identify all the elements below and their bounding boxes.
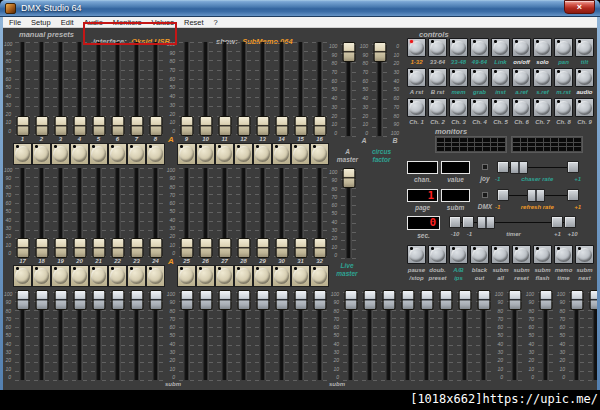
channel-fader-28[interactable]: 28	[234, 168, 253, 287]
fader-knob[interactable]	[149, 290, 162, 310]
fader-knob[interactable]	[589, 290, 597, 310]
fader-track[interactable]	[32, 168, 51, 256]
fader-knob[interactable]	[256, 238, 269, 258]
fader-track[interactable]	[234, 42, 253, 134]
fader-track[interactable]	[253, 168, 272, 256]
fader-knob[interactable]	[313, 290, 326, 310]
fader-track[interactable]	[253, 292, 272, 380]
fader-track[interactable]	[108, 42, 127, 134]
fader-track[interactable]	[291, 42, 310, 134]
fader-knob[interactable]	[275, 290, 288, 310]
channel-fader-13[interactable]: 13	[253, 42, 272, 165]
menu-file[interactable]: File	[4, 18, 26, 27]
control-button-s-ref[interactable]	[533, 68, 552, 87]
fader-track[interactable]	[89, 168, 108, 256]
function-button-pause-stop[interactable]	[407, 245, 426, 264]
control-button-a-ref[interactable]	[512, 68, 531, 87]
timer-slider[interactable]	[449, 216, 579, 229]
submaster-fader-17[interactable]	[341, 292, 360, 380]
control-button-solo[interactable]	[533, 38, 552, 57]
live-master-fader[interactable]	[339, 170, 358, 258]
fader-track[interactable]	[272, 168, 291, 256]
preset-button-4[interactable]	[70, 143, 89, 165]
refresh-rate-plus-button[interactable]	[567, 189, 579, 201]
channel-fader-3[interactable]: 3	[51, 42, 70, 165]
fader-knob[interactable]	[294, 290, 307, 310]
aux-fader-1[interactable]	[505, 292, 524, 380]
submaster-fader-2[interactable]	[32, 292, 51, 380]
fader-knob[interactable]	[439, 290, 452, 310]
menu-setup[interactable]: Setup	[26, 18, 56, 27]
fader-track[interactable]	[70, 168, 89, 256]
timer-plus10-button[interactable]	[564, 216, 576, 228]
fader-track[interactable]	[13, 42, 32, 134]
fader-knob[interactable]	[420, 290, 433, 310]
channel-fader-29[interactable]: 29	[253, 168, 272, 287]
channel-fader-25[interactable]: 25	[177, 168, 196, 287]
submaster-fader-3[interactable]	[51, 292, 70, 380]
fader-knob[interactable]	[199, 290, 212, 310]
fader-knob[interactable]	[342, 168, 355, 188]
a-master-fader[interactable]	[339, 44, 358, 136]
submaster-fader-13[interactable]	[253, 292, 272, 380]
fader-knob[interactable]	[237, 290, 250, 310]
fader-track[interactable]	[146, 292, 165, 380]
control-button-ch-6[interactable]	[512, 98, 531, 117]
fader-track[interactable]	[417, 292, 436, 380]
control-button-ch-8[interactable]	[554, 98, 573, 117]
channel-fader-22[interactable]: 22	[108, 168, 127, 287]
channel-fader-1[interactable]: 1	[13, 42, 32, 165]
refresh-rate-knob[interactable]	[527, 189, 545, 202]
fader-knob[interactable]	[35, 116, 48, 136]
channel-fader-32[interactable]: 32	[310, 168, 329, 287]
submaster-fader-15[interactable]	[291, 292, 310, 380]
preset-button-3[interactable]	[51, 143, 70, 165]
fader-track[interactable]	[51, 168, 70, 256]
submaster-fader-18[interactable]	[360, 292, 379, 380]
submaster-fader-14[interactable]	[272, 292, 291, 380]
fader-knob[interactable]	[458, 290, 471, 310]
submaster-fader-20[interactable]	[398, 292, 417, 380]
control-button-ch-1[interactable]	[407, 98, 426, 117]
fader-knob[interactable]	[54, 290, 67, 310]
control-button-pan[interactable]	[554, 38, 573, 57]
fader-knob[interactable]	[373, 42, 386, 62]
control-button-mem[interactable]	[449, 68, 468, 87]
control-button-ch-9[interactable]	[575, 98, 594, 117]
fader-track[interactable]	[89, 292, 108, 380]
fader-track[interactable]	[379, 292, 398, 380]
fader-knob[interactable]	[180, 116, 193, 136]
preset-button-18[interactable]	[32, 265, 51, 287]
submaster-fader-24[interactable]	[474, 292, 493, 380]
fader-knob[interactable]	[111, 238, 124, 258]
refresh-rate-minus-button[interactable]	[497, 189, 509, 201]
preset-button-28[interactable]	[234, 265, 253, 287]
fader-knob[interactable]	[130, 290, 143, 310]
fader-knob[interactable]	[344, 290, 357, 310]
preset-button-2[interactable]	[32, 143, 51, 165]
fader-track[interactable]	[505, 292, 524, 380]
preset-button-25[interactable]	[177, 265, 196, 287]
control-button-audio[interactable]	[575, 68, 594, 87]
fader-track[interactable]	[253, 42, 272, 134]
fader-knob[interactable]	[73, 290, 86, 310]
fader-track[interactable]	[146, 42, 165, 134]
control-button-ch-2[interactable]	[428, 98, 447, 117]
chaser-rate-slider[interactable]	[497, 161, 579, 174]
channel-fader-14[interactable]: 14	[272, 42, 291, 165]
preset-button-31[interactable]	[291, 265, 310, 287]
preset-button-6[interactable]	[108, 143, 127, 165]
channel-fader-4[interactable]: 4	[70, 42, 89, 165]
channel-fader-7[interactable]: 7	[127, 42, 146, 165]
preset-button-19[interactable]	[51, 265, 70, 287]
control-button-33-64[interactable]	[428, 38, 447, 57]
fader-knob[interactable]	[54, 116, 67, 136]
fader-track[interactable]	[177, 42, 196, 134]
channel-fader-8[interactable]: 8	[146, 42, 165, 165]
submaster-fader-23[interactable]	[455, 292, 474, 380]
fader-track[interactable]	[127, 292, 146, 380]
channel-fader-6[interactable]: 6	[108, 42, 127, 165]
fader-track[interactable]	[177, 168, 196, 256]
control-button-b-rst[interactable]	[428, 68, 447, 87]
fader-knob[interactable]	[92, 116, 105, 136]
